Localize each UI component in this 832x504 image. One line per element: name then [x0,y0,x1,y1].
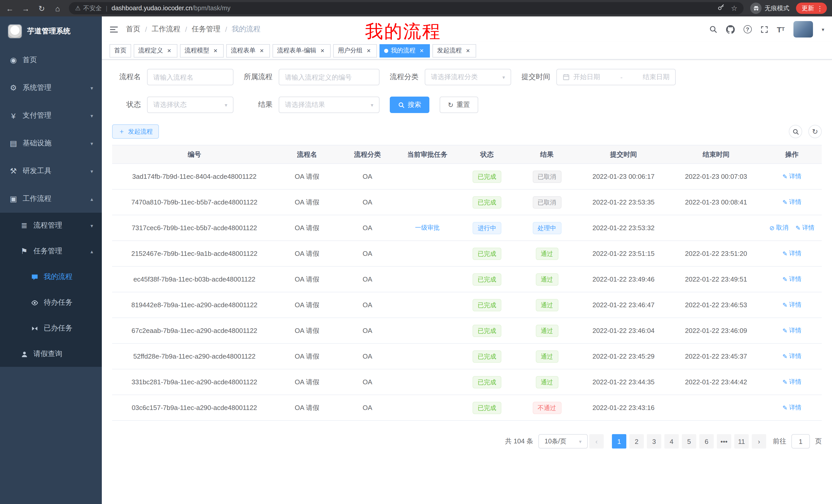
security-indicator[interactable]: ⚠ 不安全 [75,4,102,12]
close-icon[interactable]: × [418,47,425,54]
sidebar-item-process-management[interactable]: ≣ 流程管理 ▾ [0,213,102,239]
breadcrumb-item[interactable]: 首页 [126,25,140,34]
breadcrumb-item[interactable]: 工作流程 [152,25,181,34]
detail-link[interactable]: ✎详情 [782,172,801,181]
end-date-placeholder[interactable]: 结束日期 [643,73,670,82]
process-name: OA 请假 [277,318,337,343]
category-select[interactable]: 请选择流程分类 ▾ [425,69,511,85]
process-category: OA [337,343,397,369]
github-icon[interactable] [726,25,734,34]
tab[interactable]: 发起流程 × [433,44,476,57]
process-definition-input[interactable] [279,69,380,85]
next-page-button[interactable]: › [752,434,766,449]
status-tag: 已完成 [473,299,501,311]
address-bar[interactable]: ⚠ 不安全 | dashboard.yudao.iocoder.cn/bpm/t… [69,2,744,15]
reload-icon[interactable]: ↻ [37,4,46,12]
goto-page-input[interactable] [791,434,810,449]
detail-link[interactable]: ✎详情 [782,301,801,309]
sidebar-item-task-management[interactable]: ⚑ 任务管理 ▴ [0,239,102,264]
close-icon[interactable]: × [464,47,471,54]
result-select[interactable]: 请选择流结果 ▾ [279,96,380,113]
home-icon[interactable]: ⌂ [53,4,62,12]
detail-link[interactable]: ✎详情 [782,249,801,258]
forward-icon[interactable]: → [21,4,30,12]
edit-icon: ✎ [782,276,787,283]
tab[interactable]: 流程定义 × [134,44,177,57]
tab[interactable]: 流程表单 × [226,44,270,57]
sidebar-item-infrastructure[interactable]: ▤ 基础设施 ▾ [0,130,102,157]
column-header: 流程名 [277,145,337,164]
detail-link[interactable]: ✎详情 [782,377,801,386]
chevron-down-icon[interactable]: ▾ [822,26,824,32]
cancel-link[interactable]: ⊘取消 [769,223,788,232]
create-process-button[interactable]: ＋ 发起流程 [112,124,159,139]
toggle-search-button[interactable] [789,125,802,138]
page-number-button[interactable]: ••• [717,434,731,449]
sidebar-item-my-processes[interactable]: 我的流程 [0,264,102,290]
fullscreen-icon[interactable] [760,25,768,33]
process-category: OA [337,395,397,421]
tab[interactable]: 我的流程 × [380,44,430,57]
table-refresh-button[interactable]: ↻ [808,125,822,138]
page-number-button[interactable]: 11 [734,434,749,449]
prev-page-button[interactable]: ‹ [589,434,604,449]
tab[interactable]: 用户分组 × [333,44,377,57]
end-time [670,215,762,241]
status-select[interactable]: 请选择状态 ▾ [147,96,233,113]
reset-button[interactable]: ↻ 重置 [440,96,478,113]
page-number-button[interactable]: 3 [647,434,661,449]
detail-link[interactable]: ✎详情 [782,326,801,335]
submit-time-range-picker[interactable]: 开始日期 - 结束日期 [556,69,676,85]
sidebar-item-payment[interactable]: ¥ 支付管理 ▾ [0,102,102,130]
close-icon[interactable]: × [319,47,326,54]
incognito-badge: 无痕模式 [750,3,789,14]
star-icon[interactable]: ☆ [731,4,737,12]
key-icon[interactable] [718,4,725,13]
omnibox-divider: | [106,5,107,12]
page-number-button[interactable]: 6 [699,434,714,449]
update-button[interactable]: 更新 ⋮ [796,3,827,14]
sidebar-item-todo-tasks[interactable]: 待办任务 [0,290,102,315]
end-time: 2022-01-22 23:49:51 [670,267,762,292]
avatar[interactable] [794,21,813,37]
close-icon[interactable]: × [165,47,173,54]
page-number-button[interactable]: 4 [665,434,679,449]
edit-icon: ✎ [782,353,787,360]
process-name-input[interactable] [147,69,233,85]
close-icon[interactable]: × [258,47,265,54]
sidebar-item-system[interactable]: ⚙ 系统管理 ▾ [0,74,102,102]
close-icon[interactable]: × [365,47,372,54]
sidebar-item-done-tasks[interactable]: 已办任务 [0,315,102,341]
app-logo[interactable]: 芋道管理系统 [0,17,102,46]
sidebar-item-workflow[interactable]: ▣ 工作流程 ▴ [0,185,102,213]
sidebar-item-devtools[interactable]: ⚒ 研发工具 ▾ [0,157,102,185]
tab[interactable]: 流程表单-编辑 × [272,44,331,57]
search-icon[interactable] [709,25,717,33]
detail-link[interactable]: ✎详情 [782,275,801,284]
detail-link[interactable]: ✎详情 [782,198,801,206]
process-id: 7470a810-7b9b-11ec-b5b7-acde48001122 [112,189,277,215]
breadcrumb-item[interactable]: 任务管理 [192,25,220,34]
detail-link[interactable]: ✎详情 [782,403,801,412]
page-number-button[interactable]: 5 [682,434,696,449]
back-icon[interactable]: ← [5,4,15,12]
menu-kebab-icon[interactable]: ⋮ [816,4,823,12]
search-button[interactable]: 搜索 [390,96,430,113]
detail-link[interactable]: ✎详情 [782,352,801,361]
sidebar-item-home[interactable]: ◉ 首页 [0,46,102,74]
submit-time: 2022-01-22 23:46:04 [577,318,670,343]
hamburger-icon[interactable] [109,25,118,34]
close-icon[interactable]: × [212,47,219,54]
detail-link[interactable]: ✎详情 [796,223,814,232]
tab[interactable]: 流程模型 × [180,44,224,57]
sidebar-item-leave-query[interactable]: 请假查询 [0,341,102,367]
page-size-select[interactable]: 10条/页 ▾ [538,434,588,449]
help-icon[interactable]: ? [743,25,752,33]
table-header-row: 编号流程名流程分类当前审批任务状态结果提交时间结束时间操作 [112,145,822,164]
font-size-icon[interactable]: TT [777,25,785,33]
tab[interactable]: 首页 [109,44,131,57]
current-task-link[interactable]: 一级审批 [415,223,440,232]
page-number-button[interactable]: 1 [612,434,626,449]
start-date-placeholder[interactable]: 开始日期 [573,73,600,82]
page-number-button[interactable]: 2 [629,434,644,449]
